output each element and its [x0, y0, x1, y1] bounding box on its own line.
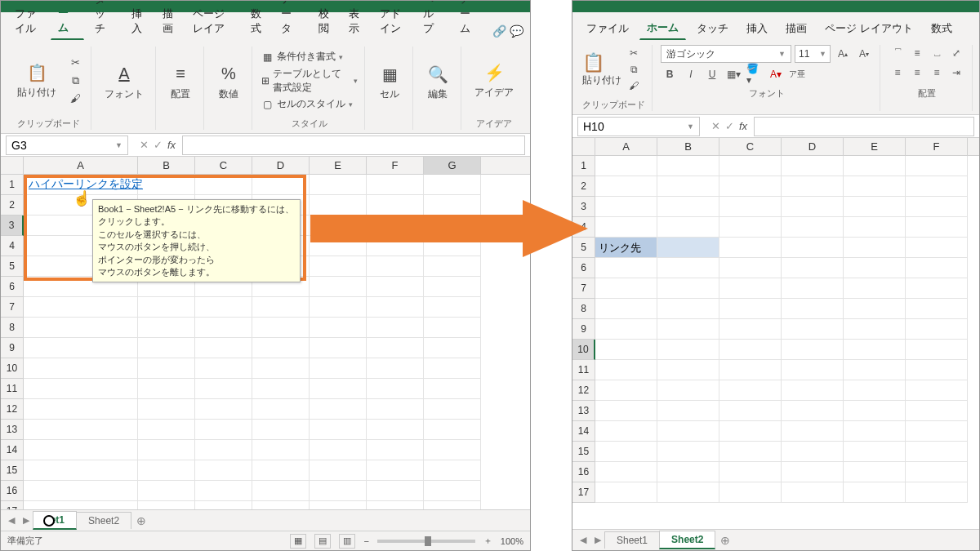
chevron-down-icon[interactable]: ▼: [115, 141, 122, 149]
cell-B9-r[interactable]: [657, 319, 719, 340]
align-right-icon[interactable]: ≡: [928, 64, 946, 81]
cell-C13-r[interactable]: [719, 401, 782, 421]
align-bottom-icon[interactable]: ⎵: [928, 45, 946, 61]
column-header-C[interactable]: C: [195, 157, 252, 174]
cell-D4-r[interactable]: [782, 217, 844, 238]
cell-B16[interactable]: [138, 481, 195, 501]
cell-G8[interactable]: [424, 318, 481, 338]
tab-home-r[interactable]: ホーム: [639, 16, 686, 40]
comments-icon[interactable]: 💬: [510, 22, 523, 40]
cell-D13-r[interactable]: [782, 401, 844, 421]
cell-D2-r[interactable]: [782, 176, 844, 197]
format-painter-icon[interactable]: 🖌: [66, 91, 84, 106]
cell-E9[interactable]: [310, 338, 367, 358]
cell-A11[interactable]: [24, 379, 138, 399]
cell-A9-r[interactable]: [595, 319, 657, 340]
cell-E12-r[interactable]: [844, 380, 906, 401]
cell-F10[interactable]: [367, 358, 424, 379]
column-header-F-r[interactable]: F: [906, 138, 968, 155]
cell-C16-r[interactable]: [719, 462, 782, 482]
cell-C9[interactable]: [195, 338, 252, 358]
row-header-8[interactable]: 8: [1, 318, 24, 338]
row-header-2[interactable]: 2: [1, 195, 24, 216]
cell-C9-r[interactable]: [719, 319, 782, 340]
font-size-select[interactable]: 11 ▼: [795, 45, 831, 63]
sheet-tab-sheet2[interactable]: Sheet2: [76, 512, 131, 529]
cell-B5-r[interactable]: [657, 238, 719, 258]
tab-insert-r[interactable]: 挿入: [739, 17, 775, 40]
column-header-D[interactable]: D: [252, 157, 310, 174]
cell-D8[interactable]: [252, 318, 310, 338]
conditional-format-button[interactable]: ▦ 条件付き書式 ▾: [261, 47, 358, 67]
tab-file[interactable]: ファイル: [7, 2, 47, 40]
fx-icon[interactable]: fx: [739, 120, 747, 132]
cell-B12[interactable]: [138, 399, 195, 420]
cell-F12[interactable]: [367, 399, 424, 420]
tab-data[interactable]: データ: [274, 0, 307, 40]
cell-E16-r[interactable]: [844, 462, 906, 482]
cell-D16[interactable]: [252, 481, 310, 501]
cell-F4-r[interactable]: [906, 217, 968, 238]
cell-B10-r[interactable]: [657, 340, 719, 360]
cell-F7-r[interactable]: [906, 278, 968, 299]
cell-B7-r[interactable]: [657, 278, 719, 299]
cell-D3-r[interactable]: [782, 197, 844, 217]
cell-B12-r[interactable]: [657, 380, 719, 401]
column-header-D-r[interactable]: D: [782, 138, 844, 155]
chevron-down-icon[interactable]: ▼: [819, 50, 826, 58]
cell-E11[interactable]: [310, 379, 367, 399]
editing-button[interactable]: 🔍 編集: [421, 61, 454, 103]
cell-E15-r[interactable]: [844, 442, 906, 462]
row-header-7[interactable]: 7: [1, 297, 24, 318]
cell-B14-r[interactable]: [657, 421, 719, 442]
cell-G1[interactable]: [424, 175, 481, 195]
cell-D12-r[interactable]: [782, 380, 844, 401]
row-header-16-r[interactable]: 16: [572, 462, 595, 482]
cell-C12[interactable]: [195, 399, 252, 420]
cell-B1-r[interactable]: [657, 156, 719, 176]
cell-A13[interactable]: [24, 420, 138, 440]
cell-E1-r[interactable]: [844, 156, 906, 176]
share-icon[interactable]: 🔗: [492, 22, 506, 40]
column-header-E-r[interactable]: E: [844, 138, 906, 155]
cell-C15-r[interactable]: [719, 442, 782, 462]
cell-D9-r[interactable]: [782, 319, 844, 340]
cell-B1[interactable]: [138, 175, 195, 195]
cell-C12-r[interactable]: [719, 380, 782, 401]
cell-A14-r[interactable]: [595, 421, 657, 442]
cell-A2-r[interactable]: [595, 176, 657, 197]
cell-F16-r[interactable]: [906, 462, 968, 482]
row-header-2-r[interactable]: 2: [572, 176, 595, 197]
tab-nav-prev[interactable]: ◀: [4, 515, 19, 526]
cell-D14[interactable]: [252, 440, 310, 460]
cell-F11-r[interactable]: [906, 360, 968, 380]
cell-C14[interactable]: [195, 440, 252, 460]
cell-E17[interactable]: [310, 501, 367, 509]
cell-D17[interactable]: [252, 501, 310, 509]
cell-A1-r[interactable]: [595, 156, 657, 176]
name-box[interactable]: G3 ▼: [6, 136, 128, 155]
cell-G12[interactable]: [424, 399, 481, 420]
cell-F12-r[interactable]: [906, 380, 968, 401]
align-top-icon[interactable]: ⎴: [889, 45, 906, 61]
cell-F16[interactable]: [367, 481, 424, 501]
cell-B16-r[interactable]: [657, 462, 719, 482]
cell-F8-r[interactable]: [906, 299, 968, 319]
cell-D10[interactable]: [252, 358, 310, 379]
tab-draw-r[interactable]: 描画: [778, 17, 814, 40]
cell-D16-r[interactable]: [782, 462, 844, 482]
cell-C8[interactable]: [195, 318, 252, 338]
tab-view[interactable]: 表示: [341, 2, 368, 40]
cell-E14-r[interactable]: [844, 421, 906, 442]
row-header-13[interactable]: 13: [1, 420, 24, 440]
cell-G10[interactable]: [424, 358, 481, 379]
row-header-9[interactable]: 9: [1, 338, 24, 358]
row-header-7-r[interactable]: 7: [572, 278, 595, 299]
cell-D13[interactable]: [252, 420, 310, 440]
column-header-B-r[interactable]: B: [657, 138, 719, 155]
row-header-11[interactable]: 11: [1, 379, 24, 399]
cell-D6-r[interactable]: [782, 258, 844, 278]
tab-insert[interactable]: 挿入: [124, 2, 151, 40]
cell-A17-r[interactable]: [595, 482, 657, 503]
cell-A13-r[interactable]: [595, 401, 657, 421]
